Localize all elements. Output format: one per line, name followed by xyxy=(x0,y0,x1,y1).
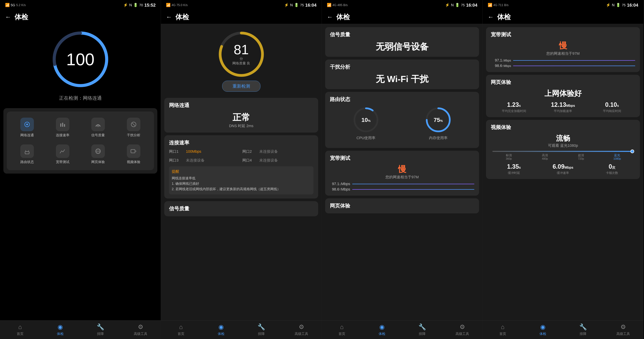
signal-text-2: 4G 75.0 K/s xyxy=(172,4,188,7)
nav-troubleshoot-2[interactable]: 🔧 排障 xyxy=(241,320,282,339)
signal-text: 5G xyxy=(11,3,15,7)
nav-tools-1[interactable]: ⚙ 高级工具 xyxy=(120,320,161,339)
bottom-nav-4: ⌂ 首页 ◉ 体检 🔧 排障 ⚙ 高级工具 xyxy=(482,320,643,339)
nav-checkup-2[interactable]: ◉ 体检 xyxy=(201,320,241,339)
web-stat-resp-label: 平均响应时间 xyxy=(589,109,635,113)
menu-grid-1: 网络连通 连接速率 信号质量 xyxy=(7,112,154,170)
menu-icon-signal xyxy=(91,118,105,131)
bw-down-line-4 xyxy=(513,60,635,61)
svg-point-4 xyxy=(26,124,28,125)
back-button-1[interactable]: ← xyxy=(5,14,11,21)
video-status-4: 流畅 xyxy=(491,134,635,143)
score-unit-2: 分 xyxy=(232,57,250,61)
port2-row: 网口2 未连接设备 xyxy=(242,149,314,154)
video-stat-buffer: 1.35s 缓冲时延 xyxy=(491,163,537,175)
network-status-2: 正常 xyxy=(169,112,314,123)
back-button-2[interactable]: ← xyxy=(166,14,172,21)
nav-tools-4[interactable]: ⚙ 高级工具 xyxy=(603,320,643,339)
nav-home-label-3: 首页 xyxy=(338,331,345,336)
nav-home-4[interactable]: ⌂ 首页 xyxy=(482,320,523,339)
tools-icon-3: ⚙ xyxy=(460,323,465,330)
port1-value: 100Mbps xyxy=(186,149,201,154)
menu-item-speed[interactable]: 连接速率 xyxy=(46,115,80,140)
router-title-3: 路由状态 xyxy=(330,96,474,103)
menu-item-signal[interactable]: 信号质量 xyxy=(81,115,115,140)
menu-icon-network xyxy=(20,118,34,131)
status-right-4: ⚡ N 🔋 75 16:04 xyxy=(606,3,638,8)
down-line-3 xyxy=(352,184,474,184)
quality-thumb[interactable] xyxy=(630,150,634,153)
checkup-icon-1: ◉ xyxy=(58,323,63,330)
score-value-1: 100 xyxy=(66,51,94,68)
quality-res-360: 360p xyxy=(491,157,527,160)
bandwidth-title-3: 宽带测试 xyxy=(330,155,474,162)
panel-4: 📶 4G 711 B/s ⚡ N 🔋 75 16:04 ← 体检 宽带测试 慢 … xyxy=(482,0,644,339)
status-right-1: ⚡ N 🔋 70 15:52 xyxy=(123,3,156,8)
web-stat-speed-value: 12.13Mbps xyxy=(540,101,586,108)
web-stat-load-label: 平均完全加载时间 xyxy=(491,109,537,113)
bt-icon-4: ⚡ xyxy=(606,3,610,7)
menu-item-interference[interactable]: 干扰分析 xyxy=(117,115,150,140)
warning-box-2: 提醒 网线连接速率低 1. 确保网线已插好 2. 若网线老旧或网线内部损坏，建议… xyxy=(169,166,314,194)
nav-tools-2[interactable]: ⚙ 高级工具 xyxy=(282,320,322,339)
menu-icon-interference xyxy=(127,118,140,131)
nav-troubleshoot-1[interactable]: 🔧 排障 xyxy=(80,320,120,339)
nfc-icon-3: N xyxy=(451,3,454,7)
port2-label: 网口2 xyxy=(242,149,256,154)
port1-label: 网口1 xyxy=(169,149,182,154)
nav-checkup-1[interactable]: ◉ 体检 xyxy=(40,320,80,339)
web-stat-speed: 12.13Mbps 平均加载速率 xyxy=(540,101,586,113)
svg-rect-17 xyxy=(131,150,135,153)
interference-title-3: 干扰分析 xyxy=(330,64,474,71)
status-bar-1: 📶 5G 5.2 K/s ⚡ N 🔋 70 15:52 xyxy=(0,0,161,10)
back-button-3[interactable]: ← xyxy=(327,14,333,21)
nav-checkup-3[interactable]: ◉ 体检 xyxy=(362,320,402,339)
bw-down-row-4: 97.1↓Mbps xyxy=(491,58,635,63)
signal-title-2: 信号质量 xyxy=(169,205,314,212)
menu-icon-web xyxy=(91,144,105,158)
battery-level-3: 75 xyxy=(461,3,465,7)
nav-home-label-2: 首页 xyxy=(178,331,184,336)
bw-up-num-4: 98.6↑Mbps xyxy=(491,64,511,68)
nav-checkup-4[interactable]: ◉ 体检 xyxy=(523,320,563,339)
router-card-3: 路由状态 10% CPU使用率 xyxy=(325,92,479,148)
svg-rect-7 xyxy=(64,124,65,127)
score-text-1: 100 xyxy=(66,51,94,68)
quality-1080p: 蓝光 1080p xyxy=(599,153,635,160)
panel2-main: 81 分 网络质量 良 重新检测 网络连通 正常 DNS 时延 2ms 连接速率… xyxy=(161,24,322,320)
nav-home-1[interactable]: ⌂ 首页 xyxy=(0,320,40,339)
nav-troubleshoot-label-2: 排障 xyxy=(258,331,265,336)
nav-home-3[interactable]: ⌂ 首页 xyxy=(322,320,362,339)
score-text-2: 81 分 网络质量 良 xyxy=(232,43,250,66)
nav-tools-3[interactable]: ⚙ 高级工具 xyxy=(442,320,482,339)
home-icon-4: ⌂ xyxy=(501,323,505,330)
menu-item-video[interactable]: 视频体验 xyxy=(117,142,150,167)
menu-item-network[interactable]: 网络连通 xyxy=(10,115,44,140)
video-exp-card-4: 视频体验 流畅 可观看 蓝光1080p 标清 360p 高清 xyxy=(486,120,640,179)
nav-troubleshoot-label-1: 排障 xyxy=(97,331,104,336)
quality-label-2: 网络质量 良 xyxy=(232,61,250,66)
cpu-circle: 10% xyxy=(352,106,380,133)
recheck-button[interactable]: 重新检测 xyxy=(222,81,260,92)
nav-troubleshoot-3[interactable]: 🔧 排障 xyxy=(402,320,442,339)
menu-item-bandwidth[interactable]: 宽带测试 xyxy=(46,142,80,167)
menu-item-web[interactable]: 网页体验 xyxy=(81,142,115,167)
menu-label-video: 视频体验 xyxy=(127,160,140,164)
bandwidth-rating-4: 慢 xyxy=(491,40,635,51)
app-title-1: 体检 xyxy=(14,12,28,22)
nav-home-2[interactable]: ⌂ 首页 xyxy=(161,320,201,339)
bandwidth-rating-3: 慢 xyxy=(330,164,474,175)
interference-value-3: 无 Wi-Fi 干扰 xyxy=(330,73,474,85)
back-button-4[interactable]: ← xyxy=(488,14,494,21)
down-value-3: 97.1↓Mbps xyxy=(330,182,350,186)
panel3-main: 信号质量 无弱信号设备 干扰分析 无 Wi-Fi 干扰 路由状态 xyxy=(322,24,482,320)
status-signal-4: 📶 4G 711 B/s xyxy=(488,3,508,7)
video-stat-stutter: 0次 卡顿次数 xyxy=(589,163,635,175)
svg-point-8 xyxy=(98,126,98,127)
port4-row: 网口4 未连接设备 xyxy=(242,158,314,163)
signal-quality-card-3: 信号质量 无弱信号设备 xyxy=(325,27,479,57)
router-circles-3: 10% CPU使用率 75% xyxy=(330,103,474,144)
nav-troubleshoot-4[interactable]: 🔧 排障 xyxy=(563,320,603,339)
menu-item-router[interactable]: 路由状态 xyxy=(10,142,44,167)
troubleshoot-icon-1: 🔧 xyxy=(97,323,104,330)
